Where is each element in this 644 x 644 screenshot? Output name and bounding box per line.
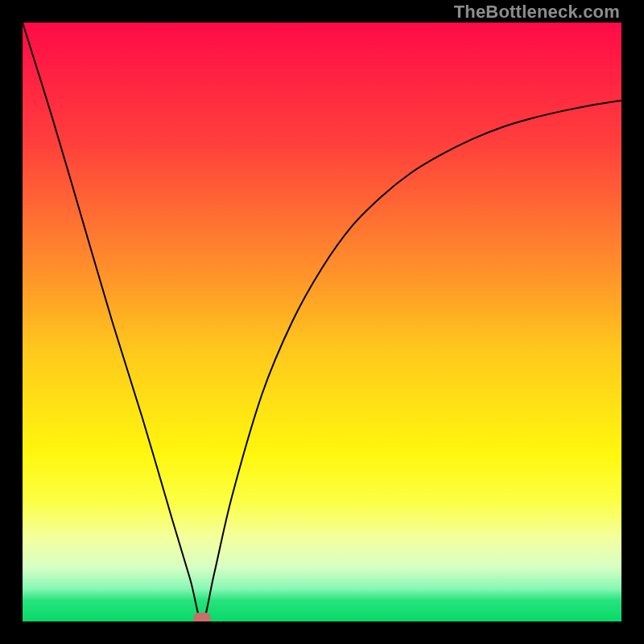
bottleneck-curve [23, 23, 621, 621]
min-marker-icon [193, 613, 211, 621]
curve-layer [23, 23, 621, 621]
chart-frame: TheBottleneck.com [0, 0, 644, 644]
watermark-text: TheBottleneck.com [454, 2, 620, 23]
plot-area [23, 23, 621, 621]
